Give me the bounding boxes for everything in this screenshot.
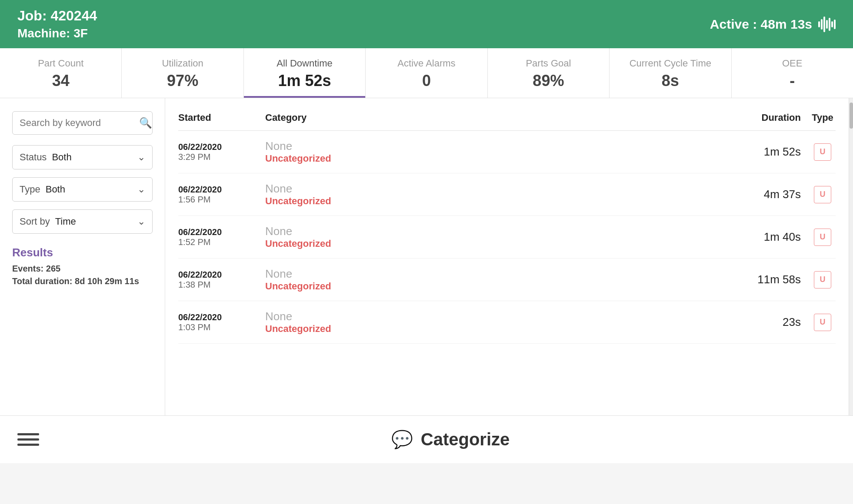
metric-tab-active-alarms[interactable]: Active Alarms 0 [366,48,487,98]
row-started-1: 06/22/2020 1:56 PM [178,185,265,205]
status-filter[interactable]: Status Both ⌄ [12,145,153,169]
metric-value-part-count: 34 [52,72,70,90]
metric-value-current-cycle-time: 8s [662,72,679,90]
waveform-icon [818,17,836,32]
categorize-label[interactable]: Categorize [421,430,510,449]
row-category-4: None Uncategorized [265,310,723,335]
col-duration-header: Duration [723,112,801,123]
row-type-0: U [801,143,836,161]
sortby-filter[interactable]: Sort by Time ⌄ [12,209,153,234]
metric-tab-utilization[interactable]: Utilization 97% [122,48,243,98]
row-started-3: 06/22/2020 1:38 PM [178,270,265,290]
row-type-4: U [801,314,836,331]
row-duration-3: 11m 58s [723,273,801,286]
search-icon: 🔍 [139,117,152,129]
row-duration-4: 23s [723,315,801,329]
table-row[interactable]: 06/22/2020 3:29 PM None Uncategorized 1m… [178,131,836,173]
metrics-bar: Part Count 34 Utilization 97% All Downti… [0,48,853,98]
metric-label-current-cycle-time: Current Cycle Time [630,58,711,69]
sidebar: 🔍 Status Both ⌄ Type Both ⌄ Sort by Time… [0,98,165,415]
metric-tab-current-cycle-time[interactable]: Current Cycle Time 8s [610,48,731,98]
row-duration-2: 1m 40s [723,230,801,244]
row-started-2: 06/22/2020 1:52 PM [178,227,265,247]
table-area: Started Category Duration Type 06/22/202… [165,98,849,415]
footer-center: 💬 Categorize [65,429,836,450]
results-duration: Total duration: 8d 10h 29m 11s [12,276,153,286]
metric-label-active-alarms: Active Alarms [397,58,455,69]
type-value: Both [46,184,137,195]
status-value: Both [52,152,137,163]
main-content: 🔍 Status Both ⌄ Type Both ⌄ Sort by Time… [0,98,853,415]
metric-label-part-count: Part Count [38,58,83,69]
table-row[interactable]: 06/22/2020 1:03 PM None Uncategorized 23… [178,301,836,344]
type-chevron-icon: ⌄ [137,184,145,195]
search-box[interactable]: 🔍 [12,111,153,135]
row-duration-1: 4m 37s [723,188,801,201]
row-category-2: None Uncategorized [265,225,723,249]
type-filter[interactable]: Type Both ⌄ [12,177,153,202]
row-started-4: 06/22/2020 1:03 PM [178,312,265,332]
row-type-2: U [801,229,836,246]
table-row[interactable]: 06/22/2020 1:56 PM None Uncategorized 4m… [178,173,836,216]
status-label: Status [20,152,47,163]
hamburger-bar-3 [17,444,39,446]
search-input[interactable] [20,117,139,129]
job-label: Job: 420244 [17,8,97,24]
metric-tab-all-downtime[interactable]: All Downtime 1m 52s [244,48,366,98]
col-category-header: Category [265,112,723,123]
duration-value: 8d 10h 29m 11s [75,276,139,286]
metric-value-all-downtime: 1m 52s [278,72,331,90]
row-category-3: None Uncategorized [265,267,723,292]
col-started-header: Started [178,112,265,123]
metric-tab-parts-goal[interactable]: Parts Goal 89% [488,48,610,98]
table-row[interactable]: 06/22/2020 1:52 PM None Uncategorized 1m… [178,216,836,259]
header-right: Active : 48m 13s [710,17,836,32]
row-started-0: 06/22/2020 3:29 PM [178,142,265,162]
status-chevron-icon: ⌄ [137,152,145,163]
active-status: Active : 48m 13s [710,17,812,32]
hamburger-bar-2 [17,438,39,441]
metric-tab-part-count[interactable]: Part Count 34 [0,48,122,98]
metric-label-oee: OEE [782,58,802,69]
sortby-value: Time [55,216,137,227]
row-type-3: U [801,271,836,288]
results-section: Results Events: 265 Total duration: 8d 1… [12,246,153,286]
footer: 💬 Categorize [0,415,853,463]
app-header: Job: 420244 Machine: 3F Active : 48m 13s [0,0,853,48]
categorize-icon: 💬 [391,429,413,450]
table-row[interactable]: 06/22/2020 1:38 PM None Uncategorized 11… [178,259,836,301]
table-body: 06/22/2020 3:29 PM None Uncategorized 1m… [178,131,836,344]
metric-value-parts-goal: 89% [533,72,564,90]
type-label: Type [20,184,40,195]
metric-value-utilization: 97% [167,72,198,90]
metric-tab-oee[interactable]: OEE - [732,48,853,98]
metric-label-all-downtime: All Downtime [277,58,332,69]
scrollbar-thumb[interactable] [850,103,853,129]
col-type-header: Type [801,112,836,123]
duration-label: Total duration: [12,276,73,286]
scrollbar-track[interactable] [849,98,853,415]
metric-label-parts-goal: Parts Goal [526,58,571,69]
header-left: Job: 420244 Machine: 3F [17,8,97,40]
events-count: 265 [46,264,60,273]
row-category-1: None Uncategorized [265,182,723,207]
hamburger-menu-icon[interactable] [17,433,39,446]
row-type-1: U [801,186,836,203]
table-header: Started Category Duration Type [178,107,836,131]
sortby-chevron-icon: ⌄ [137,216,145,227]
metric-label-utilization: Utilization [162,58,203,69]
row-category-0: None Uncategorized [265,139,723,164]
sortby-label: Sort by [20,216,50,227]
results-title: Results [12,246,153,259]
row-duration-0: 1m 52s [723,145,801,159]
machine-label: Machine: 3F [17,27,97,40]
metric-value-oee: - [790,72,795,90]
events-label: Events: [12,264,43,273]
metric-value-active-alarms: 0 [422,72,431,90]
hamburger-bar-1 [17,433,39,435]
results-events: Events: 265 [12,264,153,274]
